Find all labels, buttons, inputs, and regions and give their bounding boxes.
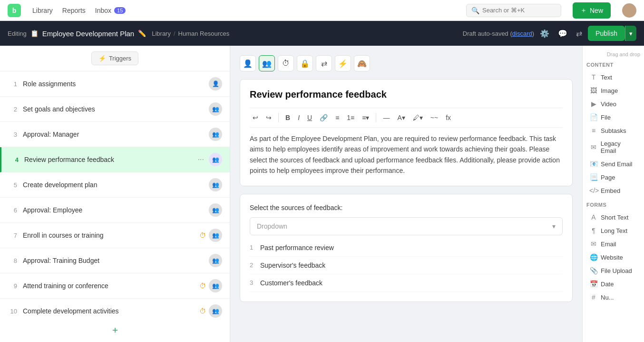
send-email-icon: 📧 — [589, 160, 598, 168]
ordered-list-btn[interactable]: 1≡ — [344, 112, 357, 123]
step-item[interactable]: 6 Approval: Employee 👥 — [0, 198, 230, 223]
panel-short-text[interactable]: A Short Text — [586, 211, 640, 224]
step-menu-icon[interactable]: ··· — [196, 154, 206, 165]
step-avatar: 👥 — [209, 178, 222, 191]
flow-tool[interactable]: ⇄ — [316, 55, 332, 71]
panel-embed[interactable]: </> Embed — [586, 184, 640, 197]
comment-icon-btn[interactable]: 💬 — [556, 27, 569, 40]
new-button[interactable]: ＋ New — [573, 2, 611, 19]
avatar[interactable] — [622, 3, 636, 18]
file-upload-icon: 📎 — [589, 267, 598, 274]
step-item[interactable]: 10 Complete development activities ⏱ 👥 — [0, 299, 230, 318]
main-layout: ⚡ Triggers 1 Role assignments 👤 2 Set go… — [0, 46, 644, 342]
visibility-tool[interactable]: 🙈 — [354, 55, 370, 71]
step-item[interactable]: 8 Approval: Training Budget 👥 — [0, 248, 230, 273]
step-item[interactable]: 1 Role assignments 👤 — [0, 71, 230, 97]
panel-video[interactable]: ▶ Video — [586, 97, 640, 111]
breadcrumb: Library / Human Resources — [152, 30, 229, 37]
panel-date[interactable]: 📅 Date — [586, 277, 640, 291]
align-btn[interactable]: ≡▾ — [359, 112, 372, 123]
timer-tool[interactable]: ⏱ — [278, 55, 294, 71]
panel-send-email[interactable]: 📧 Send Email — [586, 157, 640, 171]
page-icon: 📃 — [589, 173, 598, 181]
step-avatar: 👥 — [209, 102, 222, 116]
edit-icon[interactable]: ✏️ — [138, 30, 146, 37]
email-icon: ✉ — [589, 240, 598, 248]
plus-icon: ＋ — [580, 6, 587, 15]
undo-btn[interactable]: ↩ — [250, 112, 261, 123]
panel-email[interactable]: ✉ Email — [586, 237, 640, 251]
dropdown-option: 1 Past performance review — [250, 239, 563, 257]
highlight-btn[interactable]: 🖊▾ — [410, 112, 426, 123]
doc-icon: 📋 — [30, 30, 39, 37]
formula-btn[interactable]: fx — [443, 112, 454, 123]
dropdown-option: 2 Supervisor's feedback — [250, 257, 563, 274]
doc-title: Employee Development Plan — [42, 30, 134, 38]
nav-library[interactable]: Library — [32, 7, 53, 14]
breadcrumb-hr[interactable]: Human Resources — [178, 30, 230, 37]
editor-card: Review performance feedback ↩ ↪ B I U 🔗 … — [240, 79, 573, 186]
search-bar[interactable]: 🔍 — [466, 4, 561, 17]
settings-icon-btn[interactable]: ⚙️ — [538, 27, 551, 40]
panel-website[interactable]: 🌐 Website — [586, 251, 640, 264]
lock-tool[interactable]: 🔒 — [297, 55, 313, 71]
shuffle-icon-btn[interactable]: ⇄ — [574, 27, 584, 40]
font-color-btn[interactable]: A▾ — [394, 112, 408, 123]
bold-btn[interactable]: B — [283, 112, 293, 123]
content-area: 👤 👥 ⏱ 🔒 ⇄ ⚡ 🙈 Review performance feedbac… — [230, 46, 582, 342]
add-step-button[interactable]: ＋ — [110, 323, 120, 336]
italic-btn[interactable]: I — [295, 112, 302, 123]
link-btn[interactable]: 🔗 — [317, 112, 331, 123]
hr-btn[interactable]: — — [380, 112, 392, 123]
clock-icon: ⏱ — [199, 307, 206, 315]
dropdown-option: 3 Customer's feedback — [250, 274, 563, 292]
step-item[interactable]: 7 Enroll in courses or training ⏱ 👥 — [0, 223, 230, 248]
lightning-icon: ⚡ — [98, 55, 106, 62]
text-icon: T — [589, 73, 598, 81]
step-item[interactable]: 2 Set goals and objectives 👥 — [0, 97, 230, 122]
formatting-bar: ↩ ↪ B I U 🔗 ≡ 1≡ ≡▾ — A▾ 🖊▾ ~~ fx — [250, 108, 563, 128]
nav-reports[interactable]: Reports — [62, 7, 86, 14]
underline-btn[interactable]: U — [304, 112, 315, 123]
panel-subtasks[interactable]: ≡ Subtasks — [586, 124, 640, 137]
redo-btn[interactable]: ↪ — [263, 112, 274, 123]
block-toolbar: 👤 👥 ⏱ 🔒 ⇄ ⚡ 🙈 — [240, 55, 573, 71]
panel-file[interactable]: 📄 File — [586, 111, 640, 124]
step-item[interactable]: 9 Attend training or conference ⏱ 👥 — [0, 273, 230, 299]
panel-number[interactable]: # Nu... — [586, 291, 640, 304]
panel-text[interactable]: T Text — [586, 70, 640, 84]
panel-image[interactable]: 🖼 Image — [586, 84, 640, 97]
publish-button[interactable]: Publish — [588, 26, 625, 41]
step-list: 1 Role assignments 👤 2 Set goals and obj… — [0, 71, 230, 318]
publish-dropdown-button[interactable]: ▾ — [625, 26, 636, 41]
number-icon: # — [589, 293, 598, 301]
form-card: Select the sources of feedback: Dropdown… — [240, 194, 573, 302]
step-item-active[interactable]: 4 Review performance feedback ··· 👥 — [0, 147, 230, 172]
step-item[interactable]: 5 Create development plan 👥 — [0, 172, 230, 198]
nav-inbox[interactable]: Inbox 15 — [95, 7, 126, 14]
image-icon: 🖼 — [589, 87, 598, 94]
panel-page[interactable]: 📃 Page — [586, 171, 640, 184]
strikethrough-btn[interactable]: ~~ — [428, 112, 441, 123]
breadcrumb-library[interactable]: Library — [152, 30, 171, 37]
dropdown-field[interactable]: Dropdown ▾ — [250, 217, 563, 235]
bullet-list-btn[interactable]: ≡ — [332, 112, 342, 123]
panel-long-text[interactable]: ¶ Long Text — [586, 224, 640, 237]
triggers-button[interactable]: ⚡ Triggers — [91, 51, 138, 65]
clock-icon: ⏱ — [199, 282, 206, 290]
discard-link[interactable]: discard — [512, 30, 532, 37]
add-step-area: ＋ — [0, 318, 230, 342]
automation-tool[interactable]: ⚡ — [335, 55, 351, 71]
assignee-tool[interactable]: 👤 — [240, 55, 256, 71]
content-section-label: CONTENT — [586, 62, 640, 68]
step-item[interactable]: 3 Approval: Manager 👥 — [0, 122, 230, 147]
group-tool[interactable]: 👥 — [259, 55, 275, 71]
embed-icon: </> — [589, 187, 598, 194]
search-input[interactable] — [482, 7, 556, 14]
logo: b — [8, 4, 21, 17]
panel-legacy-email[interactable]: ✉ Legacy Email — [586, 137, 640, 157]
sidebar: ⚡ Triggers 1 Role assignments 👤 2 Set go… — [0, 46, 230, 342]
panel-file-upload[interactable]: 📎 File Upload — [586, 264, 640, 277]
subtasks-icon: ≡ — [589, 127, 598, 134]
step-avatar: 👥 — [209, 203, 222, 217]
